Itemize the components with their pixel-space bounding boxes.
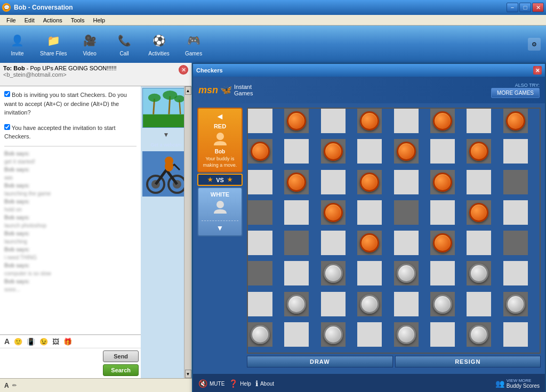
more-games-button[interactable]: MORE GAMES bbox=[491, 88, 540, 98]
message-input[interactable] bbox=[0, 348, 101, 378]
board-cell-3-3[interactable] bbox=[357, 200, 382, 225]
board-cell-3-7[interactable] bbox=[503, 200, 528, 225]
menu-edit[interactable]: Edit bbox=[20, 16, 39, 24]
toolbar-video[interactable]: 🎥 Video bbox=[78, 32, 102, 56]
close-button[interactable]: ✕ bbox=[532, 3, 544, 12]
send-button[interactable]: Send bbox=[103, 350, 139, 362]
board-cell-5-6[interactable] bbox=[467, 261, 491, 285]
checker-white-5-4[interactable] bbox=[397, 264, 416, 283]
board-cell-7-2[interactable] bbox=[321, 322, 346, 347]
board-cell-1-6[interactable] bbox=[467, 139, 491, 164]
board-cell-0-3[interactable] bbox=[357, 109, 382, 133]
close-to-button[interactable]: ✕ bbox=[179, 65, 188, 75]
board-cell-0-1[interactable] bbox=[284, 109, 309, 133]
board-cell-4-6[interactable] bbox=[467, 231, 491, 255]
menu-file[interactable]: File bbox=[2, 16, 20, 24]
board-cell-6-3[interactable] bbox=[357, 292, 382, 316]
toolbar-share-files[interactable]: 📁 Share Files bbox=[40, 32, 67, 56]
checker-red-3-6[interactable] bbox=[469, 203, 488, 222]
board-cell-1-0[interactable] bbox=[248, 139, 272, 164]
board-cell-1-1[interactable] bbox=[284, 139, 309, 164]
board-cell-7-6[interactable] bbox=[467, 322, 491, 347]
board-cell-4-1[interactable] bbox=[284, 231, 309, 255]
wink-button[interactable]: 😉 bbox=[38, 337, 49, 346]
checker-white-7-4[interactable] bbox=[397, 325, 416, 344]
checker-red-2-1[interactable] bbox=[287, 173, 306, 192]
checker-white-7-2[interactable] bbox=[324, 325, 343, 344]
settings-icon[interactable]: ⚙ bbox=[528, 38, 541, 51]
checker-red-2-3[interactable] bbox=[360, 173, 379, 192]
board-cell-7-3[interactable] bbox=[357, 322, 382, 347]
checker-white-6-7[interactable] bbox=[506, 295, 525, 314]
board-cell-7-4[interactable] bbox=[394, 322, 419, 347]
board-cell-4-5[interactable] bbox=[430, 231, 455, 255]
board-cell-2-6[interactable] bbox=[467, 170, 491, 194]
board-cell-2-5[interactable] bbox=[430, 170, 455, 194]
board-cell-6-1[interactable] bbox=[284, 292, 309, 316]
checker-red-4-5[interactable] bbox=[433, 233, 452, 252]
board-cell-6-4[interactable] bbox=[394, 292, 419, 316]
board-cell-1-5[interactable] bbox=[430, 139, 455, 164]
mute-button[interactable]: 🔇 MUTE bbox=[198, 379, 224, 388]
board-cell-6-7[interactable] bbox=[503, 292, 528, 316]
board-cell-4-7[interactable] bbox=[503, 231, 528, 255]
board-cell-5-1[interactable] bbox=[284, 261, 309, 285]
minimize-button[interactable]: − bbox=[507, 3, 518, 12]
toolbar-invite[interactable]: 👤 Invite bbox=[5, 32, 29, 56]
board-cell-1-7[interactable] bbox=[503, 139, 528, 164]
font-button[interactable]: A bbox=[3, 337, 11, 346]
board-cell-0-2[interactable] bbox=[321, 109, 346, 133]
checker-red-4-3[interactable] bbox=[360, 233, 379, 252]
board-cell-0-5[interactable] bbox=[430, 109, 455, 133]
board-cell-5-3[interactable] bbox=[357, 261, 382, 285]
toolbar-activities[interactable]: ⚽ Activities bbox=[147, 32, 171, 56]
board-cell-6-5[interactable] bbox=[430, 292, 455, 316]
board-cell-5-7[interactable] bbox=[503, 261, 528, 285]
board-cell-5-0[interactable] bbox=[248, 261, 272, 285]
webcam-chevron[interactable]: ▼ bbox=[163, 129, 170, 140]
board-cell-4-0[interactable] bbox=[248, 231, 272, 255]
checker-white-7-0[interactable] bbox=[251, 325, 270, 344]
image-button[interactable]: 🖼 bbox=[51, 337, 60, 346]
board-cell-7-5[interactable] bbox=[430, 322, 455, 347]
board-cell-6-6[interactable] bbox=[467, 292, 491, 316]
about-button[interactable]: ℹ About bbox=[255, 379, 274, 388]
board-cell-2-4[interactable] bbox=[394, 170, 419, 194]
checker-white-5-6[interactable] bbox=[469, 264, 488, 283]
menu-tools[interactable]: Tools bbox=[67, 16, 89, 24]
board-cell-0-7[interactable] bbox=[503, 109, 528, 133]
checker-white-6-3[interactable] bbox=[360, 295, 379, 314]
emoji-button[interactable]: 🙂 bbox=[13, 337, 23, 346]
draw-button[interactable]: DRAW bbox=[247, 356, 393, 368]
checker-red-1-6[interactable] bbox=[469, 142, 488, 161]
checker-red-1-4[interactable] bbox=[397, 142, 416, 161]
board-cell-7-0[interactable] bbox=[248, 322, 272, 347]
board-cell-2-3[interactable] bbox=[357, 170, 382, 194]
buddy-scores-button[interactable]: 👥 VIEW MORE Buddy Scores bbox=[495, 378, 540, 389]
resign-button[interactable]: RESIGN bbox=[395, 356, 541, 368]
msg-checkbox[interactable] bbox=[4, 91, 10, 97]
search-button[interactable]: Search bbox=[103, 364, 139, 376]
toolbar-games[interactable]: 🎮 Games bbox=[182, 32, 206, 56]
board-cell-0-0[interactable] bbox=[248, 109, 272, 133]
scroll-up[interactable]: ▲ bbox=[185, 86, 191, 95]
board-cell-6-2[interactable] bbox=[321, 292, 346, 316]
checker-red-3-2[interactable] bbox=[324, 203, 343, 222]
board-cell-2-7[interactable] bbox=[503, 170, 528, 194]
checker-red-0-7[interactable] bbox=[506, 111, 525, 130]
menu-actions[interactable]: Actions bbox=[39, 16, 67, 24]
board-cell-3-4[interactable] bbox=[394, 200, 419, 225]
board-cell-2-1[interactable] bbox=[284, 170, 309, 194]
checker-white-7-6[interactable] bbox=[469, 325, 488, 344]
toolbar-call[interactable]: 📞 Call bbox=[113, 32, 136, 56]
board-cell-3-5[interactable] bbox=[430, 200, 455, 225]
checker-red-0-3[interactable] bbox=[360, 111, 379, 130]
board-cell-1-4[interactable] bbox=[394, 139, 419, 164]
board-cell-1-2[interactable] bbox=[321, 139, 346, 164]
checker-red-2-5[interactable] bbox=[433, 173, 452, 192]
help-button[interactable]: ❓ Help bbox=[229, 379, 251, 388]
scroll-down[interactable]: ▼ bbox=[185, 370, 191, 378]
checker-red-0-1[interactable] bbox=[287, 111, 306, 130]
gift-button[interactable]: 🎁 bbox=[62, 337, 73, 346]
checker-white-6-5[interactable] bbox=[433, 295, 452, 314]
